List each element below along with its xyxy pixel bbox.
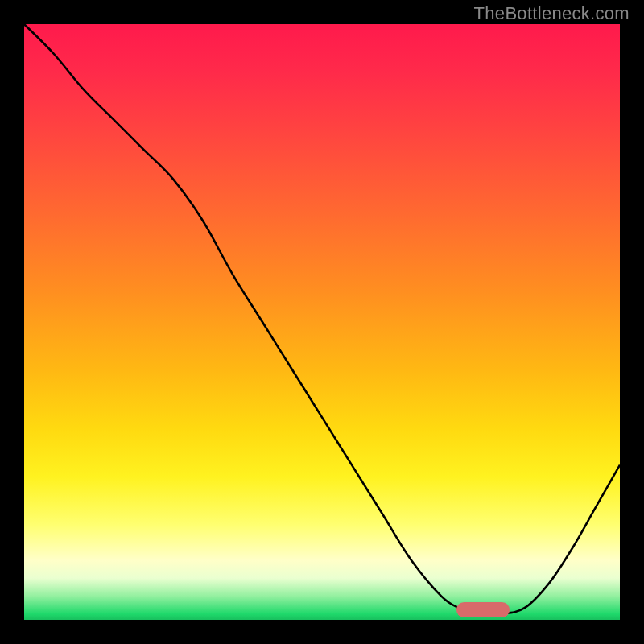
watermark-text: TheBottleneck.com xyxy=(474,3,630,24)
optimum-marker xyxy=(456,602,510,617)
chart-frame: TheBottleneck.com xyxy=(0,0,644,644)
bottleneck-curve xyxy=(24,24,620,620)
plot-area xyxy=(24,24,620,620)
